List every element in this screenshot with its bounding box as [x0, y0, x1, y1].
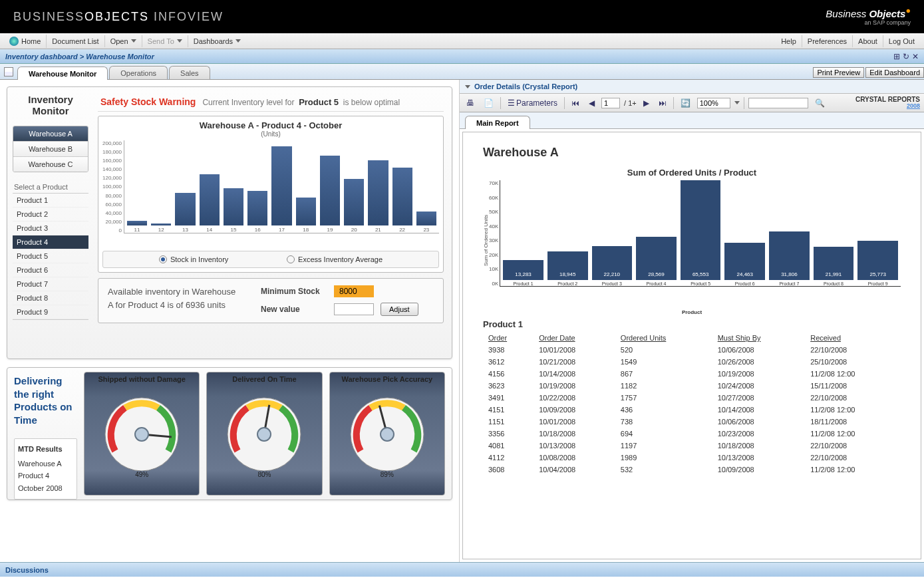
add-icon[interactable]: ⊞: [893, 52, 900, 61]
product-item[interactable]: Product 1: [13, 194, 88, 208]
table-row: 360810/04/200853210/09/200811/2/08 12:00: [483, 464, 901, 476]
table-row: 349110/22/2008175710/27/200822/10/2008: [483, 392, 901, 404]
warning-title: Safety Stock Warning: [100, 96, 196, 107]
chevron-down-icon: [235, 39, 241, 43]
chevron-down-icon: [131, 39, 136, 43]
product-item[interactable]: Product 4: [13, 235, 88, 249]
table-row: 393810/01/200852010/06/200822/10/2008: [483, 344, 901, 356]
print-icon[interactable]: 🖶: [464, 97, 477, 109]
product-item[interactable]: Product 9: [13, 305, 88, 319]
page-input[interactable]: [601, 98, 620, 108]
radio-dot-icon: [287, 255, 295, 263]
inv-title: Inventory Monitor: [13, 94, 88, 116]
print-preview-button[interactable]: Print Preview: [813, 67, 864, 78]
parameters-button[interactable]: ☰ Parameters: [505, 97, 560, 109]
app-title: BUSINESSOBJECTS INFOVIEW: [13, 10, 224, 24]
tab-main-report[interactable]: Main Report: [465, 116, 530, 129]
refresh-icon[interactable]: 🔄: [678, 97, 693, 109]
radio-excess-avg[interactable]: Excess Inventory Average: [287, 255, 383, 263]
collapse-icon[interactable]: [465, 85, 470, 88]
bottom-bar[interactable]: Discussions: [0, 562, 924, 577]
product-item[interactable]: Product 6: [13, 263, 88, 277]
zoom-input[interactable]: [697, 98, 730, 108]
table-row: 408110/13/2008119710/18/200822/10/2008: [483, 440, 901, 452]
table-row: 335610/18/200869410/23/200811/2/08 12:00: [483, 428, 901, 440]
chart-title: Warehouse A - Product 4 - October: [102, 120, 439, 130]
gauges-container: Shipped without Damage 49%Delivered On T…: [84, 368, 452, 500]
crystal-reports-logo: CRYSTAL REPORTS2008: [855, 96, 920, 109]
warehouse-item[interactable]: Warehouse C: [13, 157, 88, 172]
warehouse-item[interactable]: Warehouse B: [13, 142, 88, 157]
table-row: 115110/01/200873810/06/200818/11/2008: [483, 416, 901, 428]
product-item[interactable]: Product 7: [13, 277, 88, 291]
y-axis: 200,000180,000160,000140,000120,000100,0…: [102, 140, 124, 233]
last-page-icon[interactable]: ⏭: [656, 97, 669, 109]
tab-sales[interactable]: Sales: [169, 66, 210, 79]
tab-warehouse-monitor[interactable]: Warehouse Monitor: [17, 67, 108, 80]
new-value-input[interactable]: [334, 303, 374, 315]
table-row: 415610/14/200886710/19/200811/2/08 12:00: [483, 368, 901, 380]
svg-point-2: [135, 428, 148, 441]
gauge: Warehouse Pick Accuracy 89%: [329, 372, 445, 496]
report-warehouse-title: Warehouse A: [483, 146, 901, 160]
report-bars: 13,283Product 118,945Product 222,210Prod…: [500, 180, 901, 287]
min-stock-label: Minimum Stock: [261, 287, 327, 296]
edit-dashboard-button[interactable]: Edit Dashboard: [865, 67, 924, 78]
inventory-chart: Warehouse A - Product 4 - October (Units…: [98, 116, 444, 273]
warehouse-list: Warehouse A Warehouse B Warehouse C: [13, 126, 88, 172]
adjust-button[interactable]: Adjust: [381, 303, 418, 316]
prefs-link[interactable]: Preferences: [802, 35, 853, 47]
product-item[interactable]: Product 3: [13, 221, 88, 235]
tab-strip: Warehouse Monitor Operations Sales Print…: [0, 64, 924, 80]
top-bar: BUSINESSOBJECTS INFOVIEW Business Object…: [0, 0, 924, 33]
table-row: 411210/08/2008198910/13/200822/10/2008: [483, 452, 901, 464]
product-item[interactable]: Product 2: [13, 208, 88, 221]
logout-link[interactable]: Log Out: [883, 35, 920, 47]
prev-page-icon[interactable]: ◀: [586, 97, 597, 109]
product-list: Product 1 Product 2 Product 3 Product 4 …: [13, 193, 88, 320]
next-page-icon[interactable]: ▶: [641, 97, 652, 109]
page-total: / 1+: [624, 99, 637, 107]
help-link[interactable]: Help: [776, 35, 802, 47]
available-inventory-text: Available inventory in Warehouse A for P…: [108, 285, 241, 316]
about-link[interactable]: About: [853, 35, 883, 47]
table-row: 415110/09/200843610/14/200811/2/08 12:00: [483, 404, 901, 416]
chevron-down-icon: [177, 39, 182, 43]
export-icon[interactable]: 📄: [481, 97, 496, 109]
product-item[interactable]: Product 8: [13, 291, 88, 305]
report-chart-title: Sum of Ordered Units / Product: [483, 168, 901, 178]
gauge: Delivered On Time 80%: [206, 372, 322, 496]
first-page-icon[interactable]: ⏮: [569, 97, 582, 109]
open-menu[interactable]: Open: [105, 35, 142, 47]
svg-point-8: [381, 428, 394, 441]
report-scroll[interactable]: Warehouse A Sum of Ordered Units / Produ…: [462, 132, 921, 559]
doclist-button[interactable]: Document List: [47, 35, 104, 47]
globe-icon: [9, 37, 19, 46]
gauges-title: Delivering the right Products on Time: [14, 374, 77, 426]
close-icon[interactable]: ✕: [912, 52, 919, 61]
min-stock-value: 8000: [334, 285, 374, 297]
home-button[interactable]: Home: [4, 35, 47, 48]
search-icon[interactable]: 🔍: [812, 97, 828, 109]
adjust-panel: Available inventory in Warehouse A for P…: [98, 278, 444, 323]
grid-icon[interactable]: [4, 67, 13, 76]
warehouse-item[interactable]: Warehouse A: [13, 126, 88, 142]
radio-dot-icon: [159, 255, 167, 263]
warning-text: Current Inventory level for Product 5 is…: [202, 97, 400, 107]
radio-stock-inventory[interactable]: Stock in Inventory: [159, 255, 228, 263]
bars: 11121314151617181920212223: [124, 140, 439, 233]
svg-point-5: [257, 428, 271, 441]
select-product-label: Select a Product: [14, 183, 88, 191]
sendto-menu[interactable]: Send To: [142, 35, 188, 47]
dashboards-menu[interactable]: Dashboards: [188, 35, 246, 47]
breadcrumb: Inventory dashboard > Warehouse Monitor: [5, 53, 154, 61]
report-y-label: Sum of Ordered Units: [483, 180, 489, 300]
chart-subtitle: (Units): [102, 130, 439, 138]
gauges-panel: Delivering the right Products on Time MT…: [7, 367, 452, 500]
refresh-icon[interactable]: ↻: [903, 52, 909, 61]
menu-bar: Home Document List Open Send To Dashboar…: [0, 33, 924, 49]
product-item[interactable]: Product 5: [13, 249, 88, 263]
zoom-dropdown-icon[interactable]: [734, 101, 740, 104]
tab-operations[interactable]: Operations: [109, 66, 168, 79]
search-input[interactable]: [748, 98, 808, 108]
